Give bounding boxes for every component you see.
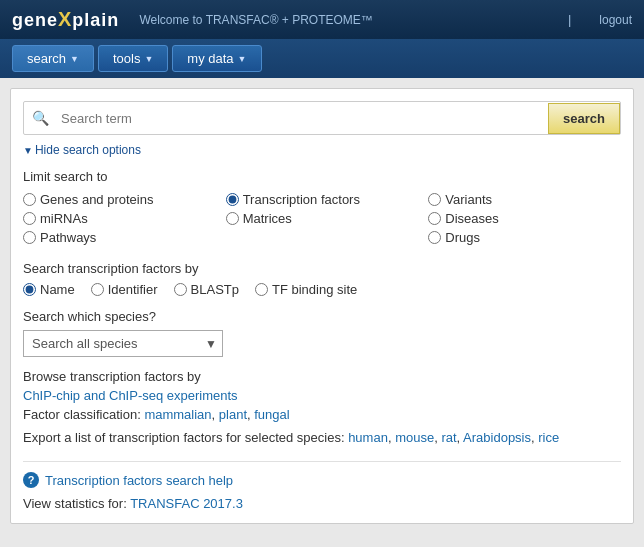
help-icon: ?: [23, 472, 39, 488]
tf-radio-name[interactable]: Name: [23, 282, 75, 297]
radio-mirnas-input[interactable]: [23, 212, 36, 225]
tf-radio-blastp-input[interactable]: [174, 283, 187, 296]
export-human-link[interactable]: human: [348, 430, 388, 445]
search-nav-arrow: ▼: [70, 54, 79, 64]
radio-tf-label: Transcription factors: [243, 192, 360, 207]
stats-prefix: View statistics for:: [23, 496, 130, 511]
radio-drugs[interactable]: Drugs: [428, 230, 621, 245]
radio-diseases[interactable]: Diseases: [428, 211, 621, 226]
factor-prefix: Factor classification:: [23, 407, 144, 422]
main-content: 🔍 search ▼ Hide search options Limit sea…: [10, 88, 634, 524]
search-magnifier-icon: 🔍: [24, 102, 57, 134]
tf-radio-identifier[interactable]: Identifier: [91, 282, 158, 297]
stats-link[interactable]: TRANSFAC 2017.3: [130, 496, 243, 511]
radio-drugs-input[interactable]: [428, 231, 441, 244]
factor-mammalian-link[interactable]: mammalian: [144, 407, 211, 422]
tools-nav-button[interactable]: tools ▼: [98, 45, 168, 72]
radio-variants-input[interactable]: [428, 193, 441, 206]
logo-prefix: gene: [12, 10, 58, 30]
tf-radio-binding-label: TF binding site: [272, 282, 357, 297]
logo-suffix: plain: [72, 10, 119, 30]
radio-mirnas-label: miRNAs: [40, 211, 88, 226]
radio-matrices[interactable]: Matrices: [226, 211, 419, 226]
radio-pathways-label: Pathways: [40, 230, 96, 245]
tf-radio-name-input[interactable]: [23, 283, 36, 296]
stats-line: View statistics for: TRANSFAC 2017.3: [23, 496, 621, 511]
hide-options-label: Hide search options: [35, 143, 141, 157]
tf-radio-name-label: Name: [40, 282, 75, 297]
logo-text: geneXplain: [12, 8, 119, 31]
radio-diseases-label: Diseases: [445, 211, 498, 226]
logout-link[interactable]: logout: [599, 13, 632, 27]
tf-radio-blastp-label: BLASTp: [191, 282, 239, 297]
tools-nav-arrow: ▼: [144, 54, 153, 64]
species-select-wrapper: Search all species ▼: [23, 330, 223, 357]
export-rice-link[interactable]: rice: [538, 430, 559, 445]
tf-search-section: Search transcription factors by Name Ide…: [23, 261, 621, 297]
limit-search-label: Limit search to: [23, 169, 621, 184]
tf-search-radios: Name Identifier BLASTp TF binding site: [23, 282, 621, 297]
radio-genes-proteins-input[interactable]: [23, 193, 36, 206]
tf-radio-identifier-label: Identifier: [108, 282, 158, 297]
mydata-nav-arrow: ▼: [238, 54, 247, 64]
export-section: Export a list of transcription factors f…: [23, 430, 621, 445]
radio-pathways-input[interactable]: [23, 231, 36, 244]
radio-genes-proteins-label: Genes and proteins: [40, 192, 153, 207]
search-nav-label: search: [27, 51, 66, 66]
factor-plant-link[interactable]: plant: [219, 407, 247, 422]
export-mouse-link[interactable]: mouse: [395, 430, 434, 445]
tf-radio-binding-input[interactable]: [255, 283, 268, 296]
radio-variants-label: Variants: [445, 192, 492, 207]
nav-bar: search ▼ tools ▼ my data ▼: [0, 39, 644, 78]
factor-classification-line: Factor classification: mammalian, plant,…: [23, 407, 621, 422]
divider: [23, 461, 621, 462]
export-prefix: Export a list of transcription factors f…: [23, 430, 348, 445]
tf-radio-identifier-input[interactable]: [91, 283, 104, 296]
hide-options-toggle[interactable]: ▼ Hide search options: [23, 143, 621, 157]
radio-variants[interactable]: Variants: [428, 192, 621, 207]
tf-search-label: Search transcription factors by: [23, 261, 621, 276]
tf-radio-blastp[interactable]: BLASTp: [174, 282, 239, 297]
radio-tf-input[interactable]: [226, 193, 239, 206]
export-arabidopsis-link[interactable]: Arabidopsis: [463, 430, 531, 445]
radio-diseases-input[interactable]: [428, 212, 441, 225]
search-bar: 🔍 search: [23, 101, 621, 135]
radio-matrices-input[interactable]: [226, 212, 239, 225]
radio-empty: [226, 230, 419, 245]
export-rat-link[interactable]: rat: [441, 430, 456, 445]
radio-drugs-label: Drugs: [445, 230, 480, 245]
limit-search-options: Genes and proteins Transcription factors…: [23, 192, 621, 245]
tools-nav-label: tools: [113, 51, 140, 66]
help-section: ? Transcription factors search help: [23, 472, 621, 488]
species-label: Search which species?: [23, 309, 621, 324]
header-separator: |: [568, 12, 571, 27]
species-select[interactable]: Search all species: [23, 330, 223, 357]
logo-x: X: [58, 8, 72, 30]
factor-fungal-link[interactable]: fungal: [254, 407, 289, 422]
radio-genes-proteins[interactable]: Genes and proteins: [23, 192, 216, 207]
species-section: Search which species? Search all species…: [23, 309, 621, 357]
factor-sep1: ,: [212, 407, 219, 422]
radio-mirnas[interactable]: miRNAs: [23, 211, 216, 226]
hide-options-arrow: ▼: [23, 145, 33, 156]
radio-pathways[interactable]: Pathways: [23, 230, 216, 245]
chip-link[interactable]: ChIP-chip and ChIP-seq experiments: [23, 388, 238, 403]
welcome-text: Welcome to TRANSFAC® + PROTEOME™: [139, 13, 540, 27]
browse-section: Browse transcription factors by ChIP-chi…: [23, 369, 621, 422]
header: geneXplain Welcome to TRANSFAC® + PROTEO…: [0, 0, 644, 39]
search-input[interactable]: [57, 103, 548, 134]
mydata-nav-button[interactable]: my data ▼: [172, 45, 261, 72]
mydata-nav-label: my data: [187, 51, 233, 66]
search-button[interactable]: search: [548, 103, 620, 134]
search-nav-button[interactable]: search ▼: [12, 45, 94, 72]
tf-radio-binding-site[interactable]: TF binding site: [255, 282, 357, 297]
browse-label: Browse transcription factors by: [23, 369, 621, 384]
help-link[interactable]: Transcription factors search help: [45, 473, 233, 488]
radio-transcription-factors[interactable]: Transcription factors: [226, 192, 419, 207]
radio-matrices-label: Matrices: [243, 211, 292, 226]
logo: geneXplain: [12, 8, 119, 31]
